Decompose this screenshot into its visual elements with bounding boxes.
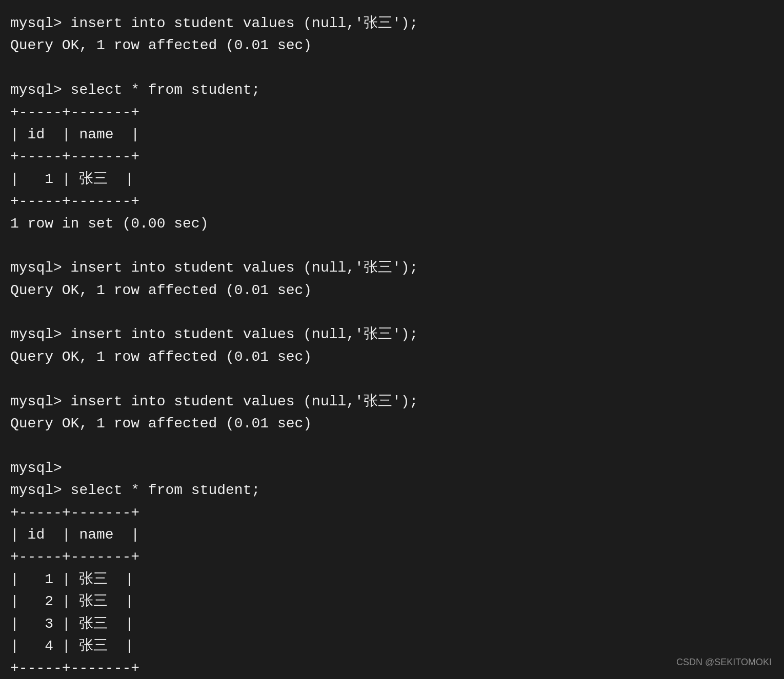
watermark: CSDN @SEKITOMOKI [676,655,772,670]
terminal-output: mysql> insert into student values (null,… [10,12,774,679]
terminal-window: mysql> insert into student values (null,… [0,0,784,679]
